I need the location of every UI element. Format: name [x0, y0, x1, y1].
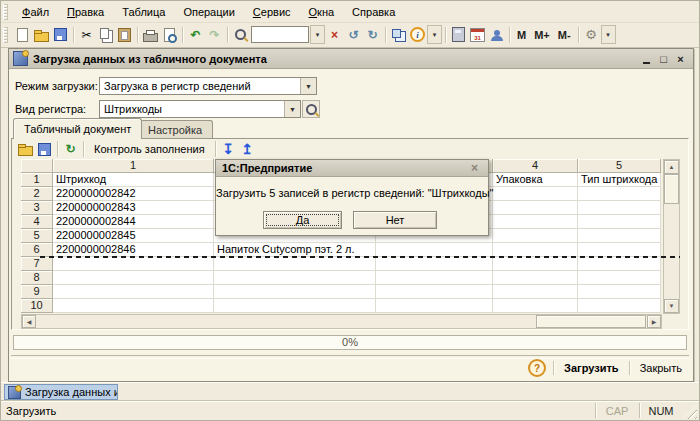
table-cell[interactable]: Штрихкод: [53, 173, 214, 187]
table-cell[interactable]: [578, 215, 661, 229]
table-cell[interactable]: [578, 299, 661, 313]
open-icon[interactable]: [16, 140, 35, 158]
yes-button[interactable]: Да: [263, 211, 342, 229]
vertical-scrollbar[interactable]: ▲ ▼: [663, 159, 680, 314]
table-cell[interactable]: [214, 271, 376, 285]
table-cell[interactable]: [578, 285, 661, 299]
minimize-icon[interactable]: [638, 51, 655, 66]
table-cell[interactable]: [578, 271, 661, 285]
table-cell[interactable]: [53, 285, 214, 299]
maximize-icon[interactable]: □: [655, 51, 672, 66]
table-cell[interactable]: [578, 243, 661, 257]
table-cell[interactable]: 2200000002844: [53, 215, 214, 229]
menu-item[interactable]: Правка: [58, 4, 113, 20]
taskbar-window-button[interactable]: Загрузка данных из таблич...: [4, 384, 118, 400]
user-lock-icon[interactable]: [487, 26, 506, 44]
chevron-down-icon[interactable]: ▼: [284, 101, 300, 117]
register-kind-select[interactable]: Штрихкоды ▼: [99, 100, 301, 118]
info-dropdown-icon[interactable]: ▾: [427, 25, 442, 44]
info-icon[interactable]: i: [408, 26, 427, 44]
service-dropdown-icon[interactable]: ▾: [601, 25, 616, 44]
redo-icon[interactable]: ↷: [205, 26, 224, 44]
chevron-down-icon[interactable]: ▼: [300, 78, 316, 94]
table-cell[interactable]: [578, 257, 661, 271]
corner-cell[interactable]: [21, 159, 53, 173]
new-document-icon[interactable]: [13, 26, 32, 44]
row-header[interactable]: 2: [21, 187, 53, 201]
table-cell[interactable]: [376, 299, 493, 313]
tab-settings[interactable]: Настройка: [137, 120, 213, 138]
toolbar-grip[interactable]: [3, 27, 8, 43]
table-cell[interactable]: [578, 229, 661, 243]
find-input[interactable]: [251, 26, 309, 43]
column-header[interactable]: 4: [493, 159, 578, 173]
fill-control-button[interactable]: Контроль заполнения: [87, 141, 212, 157]
table-cell[interactable]: 2200000002845: [53, 229, 214, 243]
undo-icon[interactable]: ↶: [186, 26, 205, 44]
menu-item[interactable]: Файл: [13, 4, 58, 20]
close-button[interactable]: Закрыть: [637, 361, 685, 375]
memory-minus-button[interactable]: M-: [554, 29, 575, 41]
table-cell[interactable]: [493, 229, 578, 243]
save-icon[interactable]: [51, 26, 70, 44]
toolbar-grip[interactable]: [3, 4, 8, 20]
table-cell[interactable]: 2200000002842: [53, 187, 214, 201]
row-header[interactable]: 8: [21, 271, 53, 285]
fill-up-icon[interactable]: ↥: [238, 140, 257, 158]
tab-spreadsheet[interactable]: Табличный документ: [13, 118, 142, 139]
table-cell[interactable]: [214, 285, 376, 299]
service-settings-icon[interactable]: ⚙: [582, 26, 601, 44]
table-cell[interactable]: [376, 271, 493, 285]
vertical-scroll-thumb[interactable]: [664, 174, 679, 204]
print-icon[interactable]: [141, 26, 160, 44]
cut-icon[interactable]: ✂: [77, 26, 96, 44]
table-cell[interactable]: [53, 271, 214, 285]
table-cell[interactable]: [376, 285, 493, 299]
row-header[interactable]: 10: [21, 299, 53, 313]
calendar-icon[interactable]: 31: [468, 26, 487, 44]
row-header[interactable]: 7: [21, 257, 53, 271]
table-cell[interactable]: [493, 201, 578, 215]
table-cell[interactable]: [493, 215, 578, 229]
table-cell[interactable]: 2200000002843: [53, 201, 214, 215]
row-header[interactable]: 6: [21, 243, 53, 257]
table-cell[interactable]: [493, 271, 578, 285]
find-next-icon[interactable]: ↻: [363, 26, 382, 44]
table-cell[interactable]: [493, 285, 578, 299]
horizontal-scroll-thumb[interactable]: [536, 315, 646, 328]
calculator-icon[interactable]: [449, 26, 468, 44]
table-cell[interactable]: Тип штрихкода: [578, 173, 661, 187]
memory-plus-button[interactable]: M+: [530, 29, 554, 41]
find-previous-icon[interactable]: ↺: [344, 26, 363, 44]
load-button[interactable]: Загрузить: [561, 361, 622, 375]
horizontal-scrollbar[interactable]: ◀ ▶: [21, 314, 662, 329]
row-header[interactable]: 1: [21, 173, 53, 187]
table-cell[interactable]: [214, 299, 376, 313]
row-header[interactable]: 9: [21, 285, 53, 299]
table-cell[interactable]: [214, 257, 376, 271]
table-cell[interactable]: [53, 257, 214, 271]
paste-icon[interactable]: [115, 26, 134, 44]
table-cell[interactable]: [578, 201, 661, 215]
table-cell[interactable]: [493, 243, 578, 257]
print-preview-icon[interactable]: [160, 26, 179, 44]
refresh-icon[interactable]: ↻: [61, 140, 80, 158]
menu-item[interactable]: Таблица: [113, 4, 174, 20]
save-icon[interactable]: [35, 140, 54, 158]
column-header[interactable]: 1: [53, 159, 214, 173]
find-icon[interactable]: [231, 26, 250, 44]
load-mode-select[interactable]: Загрузка в регистр сведений ▼: [99, 77, 317, 95]
menu-item[interactable]: Операции: [174, 4, 243, 20]
table-cell[interactable]: [53, 299, 214, 313]
scroll-down-icon[interactable]: ▼: [664, 299, 679, 313]
windows-icon[interactable]: [389, 26, 408, 44]
row-header[interactable]: 4: [21, 215, 53, 229]
table-cell[interactable]: [493, 257, 578, 271]
scroll-up-icon[interactable]: ▲: [664, 160, 679, 174]
table-cell[interactable]: [493, 299, 578, 313]
close-icon[interactable]: ×: [467, 161, 482, 175]
scroll-left-icon[interactable]: ◀: [22, 315, 36, 328]
help-icon[interactable]: ?: [528, 359, 546, 377]
table-cell[interactable]: Упаковка: [493, 173, 578, 187]
resize-grip[interactable]: [683, 405, 697, 419]
